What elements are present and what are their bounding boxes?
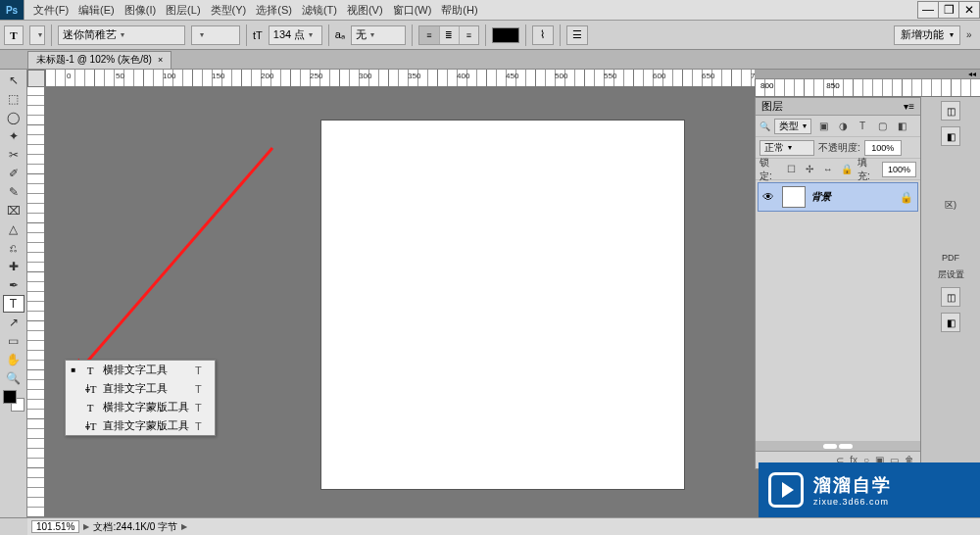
collapsed-panel-icon[interactable]: ◫	[941, 287, 960, 307]
type-icon: ⸸T	[83, 383, 97, 395]
separator	[328, 24, 329, 46]
new-feature-dropdown[interactable]: 新增功能▾	[894, 25, 960, 45]
document-tab[interactable]: 未标题-1 @ 102% (灰色/8) ×	[27, 51, 172, 69]
align-right-button[interactable]: ≡	[459, 26, 478, 44]
blend-opacity-row: 正常 不透明度: 100%	[756, 137, 920, 159]
panel-collapse-bar[interactable]: ◂◂	[755, 70, 980, 79]
dodge-tool[interactable]: ✚	[3, 258, 24, 275]
gradient-tool[interactable]: ⎌	[3, 239, 24, 257]
menu-view[interactable]: 视图(V)	[344, 3, 386, 18]
stamp-tool[interactable]: ⌧	[3, 202, 24, 219]
filter-pixel-icon[interactable]: ▣	[815, 119, 831, 134]
status-menu-icon[interactable]: ▶	[83, 522, 89, 531]
align-center-button[interactable]: ≣	[439, 26, 459, 44]
play-icon	[768, 472, 804, 508]
magic-wand-tool[interactable]: ✦	[3, 127, 24, 145]
history-brush-tool[interactable]: △	[3, 220, 24, 238]
brush-tool[interactable]: ✎	[3, 183, 24, 201]
canvas[interactable]	[321, 121, 684, 489]
filter-smart-icon[interactable]: ◧	[894, 119, 909, 134]
menu-edit[interactable]: 编辑(E)	[75, 3, 118, 18]
collapsed-panel-label[interactable]: PDF	[942, 253, 959, 263]
layer-row-background[interactable]: 👁 背景 🔒	[758, 182, 918, 212]
eyedropper-tool[interactable]: ✐	[3, 165, 24, 182]
layer-kind-dropdown[interactable]: 类型	[774, 119, 811, 134]
status-menu-icon[interactable]: ▶	[181, 522, 187, 531]
collapsed-panel-label[interactable]: 层设置	[938, 268, 964, 281]
menu-type[interactable]: 类型(Y)	[208, 3, 250, 18]
lock-icon: 🔒	[900, 191, 913, 204]
marquee-tool[interactable]: ⬚	[3, 90, 24, 108]
layers-panel: 图层 ▾≡ 🔍 类型 ▣ ◑ T ▢ ◧ 正常 不透明度: 100%	[755, 97, 921, 469]
panel-resize-handle[interactable]	[756, 441, 920, 451]
separator	[51, 24, 52, 46]
fill-field[interactable]: 100%	[882, 162, 916, 177]
ruler-mark: 350	[408, 72, 420, 80]
move-tool[interactable]: ↖	[3, 72, 24, 89]
lock-transparent-icon[interactable]: ☐	[784, 162, 799, 177]
flyout-item-vertical-type[interactable]: ⸸T 直排文字工具 T	[66, 379, 215, 398]
collapsed-panel-icon[interactable]: ◧	[941, 313, 960, 332]
flyout-label: 横排文字蒙版工具	[103, 400, 189, 414]
path-select-tool[interactable]: ↗	[3, 314, 24, 331]
crop-tool[interactable]: ✂	[3, 146, 24, 164]
layers-list-body[interactable]	[756, 214, 920, 441]
layer-name[interactable]: 背景	[811, 190, 831, 204]
type-tool[interactable]: T	[3, 295, 24, 313]
flyout-item-horizontal-type[interactable]: ■ T 横排文字工具 T	[66, 361, 215, 379]
ruler-mark: 100	[163, 72, 175, 80]
menu-filter[interactable]: 滤镜(T)	[299, 3, 340, 18]
foreground-color-swatch[interactable]	[3, 390, 17, 404]
flyout-item-horizontal-mask[interactable]: T 横排文字蒙版工具 T	[66, 398, 215, 416]
menu-select[interactable]: 选择(S)	[253, 3, 295, 18]
tab-close-icon[interactable]: ×	[158, 55, 163, 65]
main-menu: 文件(F) 编辑(E) 图像(I) 图层(L) 类型(Y) 选择(S) 滤镜(T…	[24, 3, 487, 18]
ruler-horizontal: 0 50 100 150 200 250 300 350 400 450 500…	[45, 70, 755, 87]
filter-shape-icon[interactable]: ▢	[874, 119, 890, 134]
lock-image-icon[interactable]: ✢	[803, 162, 817, 177]
maximize-button[interactable]: ❐	[938, 1, 959, 19]
opacity-field[interactable]: 100%	[864, 140, 902, 156]
flyout-shortcut: T	[195, 383, 207, 395]
lasso-tool[interactable]: ◯	[3, 109, 24, 126]
menu-image[interactable]: 图像(I)	[122, 3, 159, 18]
layers-panel-tab[interactable]: 图层 ▾≡	[756, 98, 920, 116]
window-controls: — ❐ ✕	[918, 1, 980, 19]
pen-tool[interactable]: ✒	[3, 276, 24, 294]
font-style-dropdown[interactable]	[191, 25, 240, 45]
zoom-field[interactable]: 101.51%	[31, 520, 79, 533]
tool-preset-dropdown[interactable]	[29, 25, 45, 45]
align-left-button[interactable]: ≡	[419, 26, 439, 44]
lock-all-icon[interactable]: 🔒	[839, 162, 854, 177]
font-size-field[interactable]: 134 点	[269, 25, 322, 45]
menu-help[interactable]: 帮助(H)	[438, 3, 480, 18]
font-family-dropdown[interactable]: 迷你简稚艺	[58, 25, 185, 45]
blend-mode-dropdown[interactable]: 正常	[760, 140, 814, 156]
collapsed-panel-icon[interactable]: ◧	[941, 126, 960, 146]
filter-type-icon[interactable]: T	[855, 119, 870, 134]
collapsed-panel-label[interactable]: 区)	[945, 199, 956, 212]
text-color-swatch[interactable]	[492, 27, 519, 43]
filter-adjust-icon[interactable]: ◑	[835, 119, 851, 134]
lock-position-icon[interactable]: ↔	[820, 162, 835, 177]
hand-tool[interactable]: ✋	[3, 351, 24, 368]
color-swatches[interactable]	[3, 390, 24, 412]
tool-indicator-icon[interactable]: T	[4, 25, 24, 45]
minimize-button[interactable]: —	[917, 1, 939, 19]
panel-menu-icon[interactable]: ▾≡	[904, 101, 914, 112]
char-panel-button[interactable]: ☰	[566, 25, 588, 45]
flyout-item-vertical-mask[interactable]: ⸸T 直排文字蒙版工具 T	[66, 416, 215, 435]
collapsed-panel-icon[interactable]: ◫	[941, 101, 960, 121]
layer-thumbnail[interactable]	[782, 186, 806, 208]
menu-file[interactable]: 文件(F)	[30, 3, 72, 18]
warp-text-button[interactable]: ⌇	[532, 25, 554, 45]
chevron-right-icon[interactable]: »	[966, 29, 976, 40]
close-button[interactable]: ✕	[958, 1, 980, 19]
zoom-tool[interactable]: 🔍	[3, 369, 24, 387]
visibility-icon[interactable]: 👁	[762, 190, 776, 204]
menu-layer[interactable]: 图层(L)	[163, 3, 203, 18]
separator	[560, 24, 561, 46]
antialias-dropdown[interactable]: 无	[351, 25, 406, 45]
menu-window[interactable]: 窗口(W)	[390, 3, 435, 18]
shape-tool[interactable]: ▭	[3, 332, 24, 350]
